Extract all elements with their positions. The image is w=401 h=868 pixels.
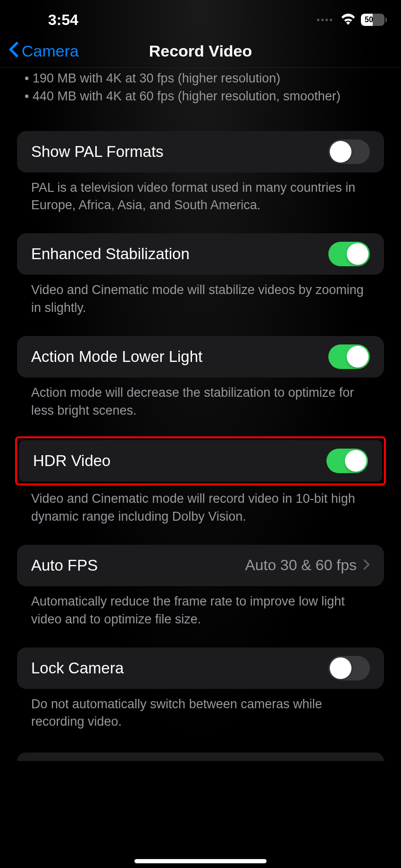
status-bar: 3:54 •••• 50 <box>0 0 401 35</box>
action-mode-lower-light-footer: Action mode will decrease the stabilizat… <box>17 377 384 420</box>
battery-icon: 50 <box>361 14 387 26</box>
action-mode-lower-light-row[interactable]: Action Mode Lower Light <box>17 336 384 377</box>
lock-camera-label: Lock Camera <box>31 659 124 677</box>
enhanced-stabilization-row[interactable]: Enhanced Stabilization <box>17 233 384 275</box>
wifi-icon <box>340 13 356 27</box>
home-indicator[interactable] <box>134 859 267 863</box>
storage-info-line: 190 MB with 4K at 30 fps (higher resolut… <box>31 70 384 88</box>
hdr-video-row[interactable]: HDR Video <box>19 440 382 482</box>
back-label: Camera <box>22 42 79 60</box>
hdr-video-label: HDR Video <box>33 452 110 470</box>
back-button[interactable]: Camera <box>8 41 79 61</box>
lock-camera-toggle[interactable] <box>328 656 370 680</box>
pal-formats-row[interactable]: Show PAL Formats <box>17 131 384 172</box>
storage-info: 190 MB with 4K at 30 fps (higher resolut… <box>17 68 384 115</box>
storage-info-line: 440 MB with 4K at 60 fps (higher resolut… <box>31 88 384 106</box>
lock-camera-footer: Do not automatically switch between came… <box>17 689 384 731</box>
status-right: •••• 50 <box>317 13 387 27</box>
hdr-video-toggle[interactable] <box>326 449 368 473</box>
lock-camera-row[interactable]: Lock Camera <box>17 647 384 689</box>
partial-next-row <box>17 753 384 761</box>
enhanced-stabilization-label: Enhanced Stabilization <box>31 245 190 263</box>
action-mode-lower-light-label: Action Mode Lower Light <box>31 348 202 366</box>
status-time: 3:54 <box>48 11 78 29</box>
status-dots-icon: •••• <box>317 15 334 25</box>
auto-fps-label: Auto FPS <box>31 557 98 574</box>
enhanced-stabilization-toggle[interactable] <box>328 242 370 266</box>
battery-percent: 50 <box>365 16 373 24</box>
auto-fps-value: Auto 30 & 60 fps <box>245 557 357 574</box>
hdr-video-footer: Video and Cinematic mode will record vid… <box>17 483 384 526</box>
chevron-right-icon <box>363 559 370 572</box>
chevron-left-icon <box>8 41 19 61</box>
action-mode-lower-light-toggle[interactable] <box>328 344 370 369</box>
enhanced-stabilization-footer: Video and Cinematic mode will stabilize … <box>17 275 384 317</box>
hdr-video-highlight: HDR Video <box>15 436 386 485</box>
page-title: Record Video <box>149 42 252 60</box>
pal-formats-toggle[interactable] <box>328 139 370 164</box>
pal-formats-footer: PAL is a television video format used in… <box>17 172 384 215</box>
auto-fps-row[interactable]: Auto FPS Auto 30 & 60 fps <box>17 545 384 586</box>
auto-fps-footer: Automatically reduce the frame rate to i… <box>17 586 384 629</box>
pal-formats-label: Show PAL Formats <box>31 143 164 161</box>
nav-bar: Camera Record Video <box>0 35 401 68</box>
